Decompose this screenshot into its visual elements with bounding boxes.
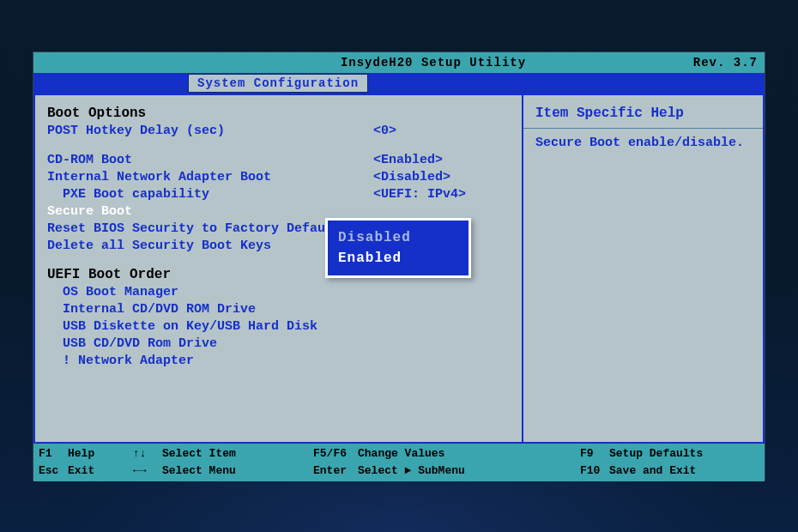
boot-options-heading: Boot Options bbox=[47, 106, 510, 121]
footer-bar: F1Help EscExit ↑↓Select Item ←→Select Me… bbox=[33, 444, 765, 481]
uefi-item-1[interactable]: Internal CD/DVD ROM Drive bbox=[47, 301, 510, 318]
uefi-item-label: Internal CD/DVD ROM Drive bbox=[47, 301, 373, 318]
uefi-item-0[interactable]: OS Boot Manager bbox=[47, 284, 510, 301]
post-hotkey-value: <0> bbox=[373, 123, 396, 140]
main-content: Boot Options POST Hotkey Delay (sec) <0>… bbox=[33, 94, 765, 444]
uefi-item-3[interactable]: USB CD/DVD Rom Drive bbox=[47, 336, 510, 353]
footer-enter: EnterSelect ► SubMenu bbox=[313, 462, 530, 480]
network-boot-label: Internal Network Adapter Boot bbox=[47, 169, 373, 186]
footer-f5f6: F5/F6Change Values bbox=[313, 445, 530, 462]
tab-bar: System Configuration bbox=[33, 73, 765, 94]
uefi-item-label: USB Diskette on Key/USB Hard Disk bbox=[47, 318, 373, 336]
uefi-item-label: USB CD/DVD Rom Drive bbox=[47, 336, 373, 353]
secure-boot-popup: Disabled Enabled bbox=[325, 218, 471, 278]
uefi-item-2[interactable]: USB Diskette on Key/USB Hard Disk bbox=[47, 318, 510, 336]
uefi-item-label: OS Boot Manager bbox=[47, 284, 373, 301]
pxe-boot-row[interactable]: PXE Boot capability <UEFI: IPv4> bbox=[47, 186, 510, 203]
popup-option-enabled[interactable]: Enabled bbox=[338, 248, 458, 269]
settings-panel: Boot Options POST Hotkey Delay (sec) <0>… bbox=[33, 94, 523, 444]
footer-esc: EscExit bbox=[39, 462, 123, 480]
pxe-boot-label: PXE Boot capability bbox=[47, 186, 373, 203]
utility-title: InsydeH20 Setup Utility bbox=[212, 56, 655, 70]
reset-bios-label: Reset BIOS Security to Factory Defau bbox=[47, 221, 373, 238]
help-divider bbox=[523, 128, 763, 129]
network-boot-row[interactable]: Internal Network Adapter Boot <Disabled> bbox=[47, 169, 510, 186]
header-bar: InsydeH20 Setup Utility Rev. 3.7 bbox=[33, 52, 765, 73]
secure-boot-label: Secure Boot bbox=[47, 203, 373, 221]
popup-option-disabled[interactable]: Disabled bbox=[338, 227, 458, 248]
cdrom-boot-value: <Enabled> bbox=[373, 152, 443, 169]
post-hotkey-row[interactable]: POST Hotkey Delay (sec) <0> bbox=[47, 123, 510, 140]
cdrom-boot-label: CD-ROM Boot bbox=[47, 152, 373, 169]
network-boot-value: <Disabled> bbox=[373, 169, 450, 186]
help-panel: Item Specific Help Secure Boot enable/di… bbox=[523, 94, 765, 444]
uefi-item-4[interactable]: ! Network Adapter bbox=[47, 353, 510, 370]
footer-leftright: ←→Select Menu bbox=[133, 462, 303, 480]
footer-f1: F1Help bbox=[39, 445, 123, 462]
pxe-boot-value: <UEFI: IPv4> bbox=[373, 186, 466, 203]
tab-system-configuration[interactable]: System Configuration bbox=[188, 74, 368, 93]
cdrom-boot-row[interactable]: CD-ROM Boot <Enabled> bbox=[47, 152, 510, 169]
footer-updown: ↑↓Select Item bbox=[133, 445, 303, 462]
delete-keys-label: Delete all Security Boot Keys bbox=[47, 238, 373, 255]
help-title: Item Specific Help bbox=[535, 106, 751, 121]
uefi-item-label: ! Network Adapter bbox=[47, 353, 373, 370]
help-text: Secure Boot enable/disable. bbox=[535, 136, 751, 150]
revision-label: Rev. 3.7 bbox=[655, 56, 758, 70]
bios-setup-window: InsydeH20 Setup Utility Rev. 3.7 System … bbox=[33, 51, 765, 481]
post-hotkey-label: POST Hotkey Delay (sec) bbox=[47, 123, 373, 140]
footer-f9: F9Setup Defaults bbox=[580, 445, 753, 462]
footer-f10: F10Save and Exit bbox=[580, 462, 753, 480]
